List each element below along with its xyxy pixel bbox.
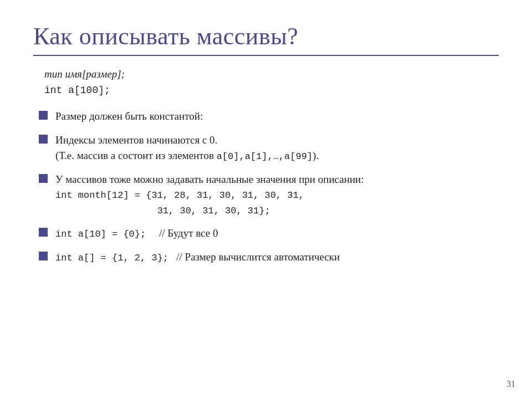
bullet-icon-1: [39, 111, 48, 120]
code-label-4: int a[10] = {0};: [55, 229, 146, 239]
code-block-3b: 31, 30, 31, 30, 31};: [55, 204, 499, 218]
bullet-icon-2: [39, 135, 48, 144]
bullet-text-2: Индексы элементов начинаются с 0. (Т.е. …: [55, 132, 499, 164]
bullet-label-2: Индексы элементов начинаются с 0. (Т.е. …: [55, 134, 319, 162]
code-block-3a: int month[12] = {31, 28, 31, 30, 31, 30,…: [55, 188, 499, 203]
list-item: Индексы элементов начинаются с 0. (Т.е. …: [39, 132, 499, 164]
bullet-icon-5: [39, 252, 48, 260]
bullet-icon-4: [39, 228, 48, 237]
list-item: Размер должен быть константой:: [39, 109, 499, 125]
comment-5: // Размер вычислится автоматически: [171, 251, 340, 263]
slide: Как описывать массивы? тип имя[размер]; …: [0, 0, 532, 399]
bullet-icon-3: [39, 174, 48, 183]
bullet-label-3: У массивов тоже можно задавать начальные…: [55, 173, 364, 185]
bullet-label-1: Размер должен быть константой:: [55, 110, 203, 122]
syntax-example: int a[100];: [44, 83, 499, 99]
list-item: int a[10] = {0}; // Будут все 0: [39, 226, 499, 242]
slide-title: Как описывать массивы?: [33, 22, 499, 50]
page-number: 31: [507, 379, 515, 389]
list-item: int a[] = {1, 2, 3}; // Размер вычислитс…: [39, 249, 499, 265]
code-label-5: int a[] = {1, 2, 3};: [55, 253, 168, 263]
syntax-block: тип имя[размер]; int a[100];: [44, 66, 499, 99]
list-item: У массивов тоже можно задавать начальные…: [39, 172, 499, 218]
bullet-text-3: У массивов тоже можно задавать начальные…: [55, 172, 499, 218]
title-divider: [33, 55, 499, 56]
bullet-text-4: int a[10] = {0}; // Будут все 0: [55, 226, 499, 242]
bullet-text-1: Размер должен быть константой:: [55, 109, 499, 125]
syntax-template: тип имя[размер];: [44, 66, 499, 83]
bullet-text-5: int a[] = {1, 2, 3}; // Размер вычислитс…: [55, 249, 499, 265]
comment-4: // Будут все 0: [149, 227, 218, 239]
bullet-list: Размер должен быть константой: Индексы э…: [39, 109, 499, 265]
inline-code-2: a[0],a[1],…,a[99]: [217, 151, 313, 162]
